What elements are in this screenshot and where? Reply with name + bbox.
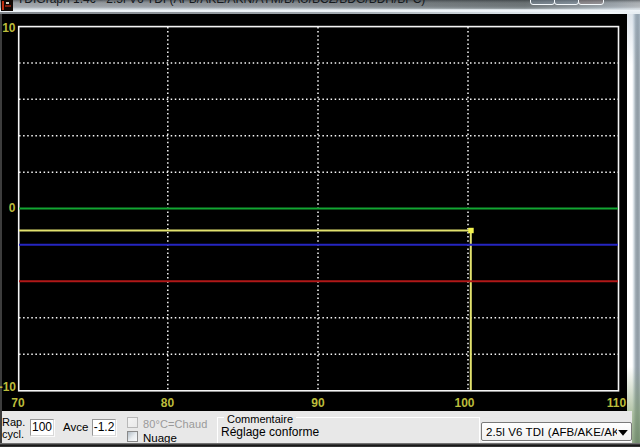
svg-text:10: 10 (2, 21, 16, 35)
svg-text:70: 70 (11, 396, 25, 410)
svg-text:-10: -10 (0, 380, 16, 394)
svg-text:100: 100 (454, 396, 474, 410)
svg-text:80: 80 (161, 396, 175, 410)
svg-text:110: 110 (607, 396, 627, 410)
svg-text:90: 90 (311, 396, 325, 410)
svg-text:0: 0 (9, 201, 16, 215)
